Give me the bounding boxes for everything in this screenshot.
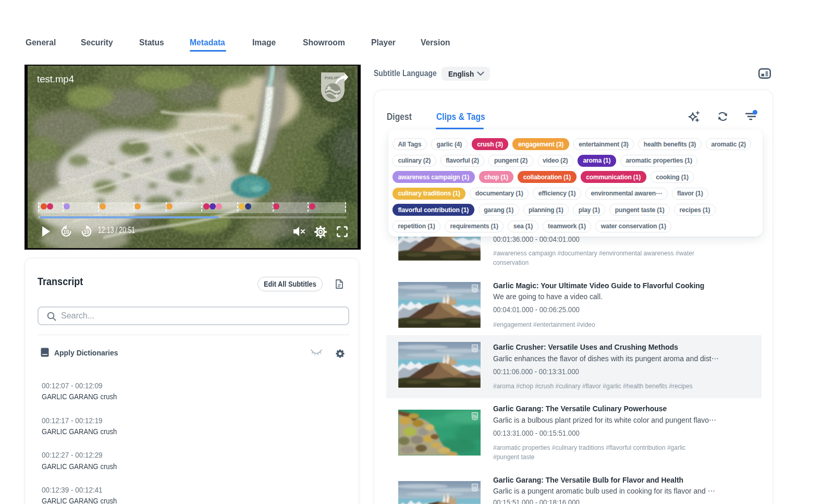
svg-text:10: 10 xyxy=(84,229,90,235)
svg-text:10: 10 xyxy=(64,229,69,235)
